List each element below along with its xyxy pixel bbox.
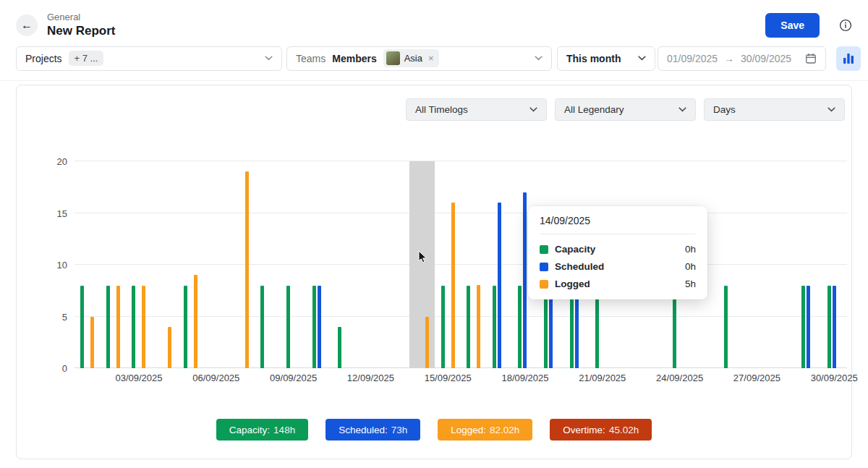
day-slot-14/09/2025[interactable] (409, 161, 435, 368)
scheduled-bar[interactable] (523, 192, 527, 368)
chevron-down-icon (265, 56, 273, 61)
day-slot-08/09/2025[interactable] (255, 161, 281, 368)
capacity-bar[interactable] (184, 286, 187, 368)
timelogs-dropdown[interactable]: All Timelogs (406, 98, 547, 121)
logged-bar[interactable] (116, 286, 120, 368)
logged-bar[interactable] (477, 285, 480, 368)
save-button[interactable]: Save (765, 13, 820, 38)
capacity-bar[interactable] (827, 286, 831, 368)
capacity-bar[interactable] (441, 286, 445, 368)
date-range-picker[interactable]: 01/09/2025 → 30/09/2025 (658, 46, 826, 71)
day-slot-09/09/2025[interactable] (281, 161, 307, 368)
capacity-bar[interactable] (106, 286, 110, 368)
start-date[interactable]: 01/09/2025 (667, 53, 718, 64)
capacity-bar[interactable] (518, 286, 522, 368)
capacity-bar[interactable] (801, 286, 805, 368)
legendary-dropdown[interactable]: All Legendary (555, 98, 696, 121)
day-slot-29/09/2025[interactable] (796, 161, 822, 368)
day-slot-11/09/2025[interactable] (332, 161, 358, 368)
day-slot-17/09/2025[interactable] (487, 161, 513, 368)
report-page: ← General New Report Save Projects + 7 .… (0, 0, 868, 468)
day-slot-10/09/2025[interactable] (306, 161, 332, 368)
logged-bar[interactable] (425, 317, 429, 369)
day-slot-07/09/2025[interactable] (229, 161, 255, 368)
chart-plot-area[interactable]: 14/09/2025 Capacity0hScheduled0hLogged5h (75, 161, 847, 368)
capacity-bar[interactable] (260, 286, 264, 368)
member-chip-asia[interactable]: Asia × (383, 49, 439, 67)
chart-legend: Capacity:148hScheduled:73hLogged:82.02hO… (17, 419, 851, 441)
tooltip-series-name: Logged (555, 278, 590, 289)
scheduled-bar[interactable] (498, 203, 501, 368)
tooltip-row: Scheduled0h (540, 261, 696, 272)
y-axis: 05101520 (17, 161, 69, 368)
legend-logged-button[interactable]: Logged:82.02h (438, 419, 532, 441)
teams-members-filter[interactable]: Teams Members Asia × (286, 46, 552, 71)
legend-scheduled-button[interactable]: Scheduled:73h (326, 419, 420, 441)
capacity-bar[interactable] (467, 286, 470, 368)
day-slot-03/09/2025[interactable] (126, 161, 152, 368)
legend-label: Overtime: (563, 425, 605, 435)
info-icon (839, 19, 852, 32)
day-slot-06/09/2025[interactable] (203, 161, 229, 368)
logged-bar[interactable] (168, 327, 171, 368)
legend-value: 73h (391, 425, 408, 435)
day-slot-28/09/2025[interactable] (770, 161, 796, 368)
period-value: This month (566, 53, 621, 64)
members-tab[interactable]: Members (332, 53, 376, 64)
logged-bar[interactable] (245, 171, 249, 368)
logged-bar[interactable] (90, 317, 94, 369)
capacity-bar[interactable] (312, 286, 316, 368)
legend-value: 148h (273, 425, 295, 435)
capacity-bar[interactable] (286, 286, 290, 368)
legend-label: Logged: (451, 425, 486, 435)
teams-tab[interactable]: Teams (296, 53, 326, 64)
granularity-value: Days (713, 104, 736, 115)
scheduled-bar[interactable] (807, 286, 810, 368)
tooltip-row: Capacity0h (540, 244, 696, 255)
y-tick-label: 5 (62, 311, 67, 322)
capacity-bar[interactable] (724, 286, 728, 368)
capacity-bar[interactable] (80, 286, 84, 368)
day-slot-02/09/2025[interactable] (101, 161, 127, 368)
chart-view-button[interactable] (836, 46, 861, 71)
logged-swatch-icon (540, 280, 548, 289)
tooltip-series-name: Scheduled (555, 261, 604, 272)
y-tick-label: 15 (57, 208, 67, 218)
legend-overtime-button[interactable]: Overtime:45.02h (550, 419, 652, 441)
breadcrumb: General (47, 12, 115, 23)
day-slot-12/09/2025[interactable] (358, 161, 384, 368)
granularity-dropdown[interactable]: Days (704, 98, 845, 121)
period-dropdown[interactable]: This month (557, 46, 655, 71)
capacity-swatch-icon (540, 245, 548, 254)
logged-bar[interactable] (451, 203, 455, 368)
day-slot-27/09/2025[interactable] (744, 161, 770, 368)
tooltip-series-value: 5h (685, 278, 696, 289)
day-slot-13/09/2025[interactable] (383, 161, 409, 368)
logged-bar[interactable] (194, 275, 197, 368)
day-slot-05/09/2025[interactable] (177, 161, 203, 368)
y-tick-label: 0 (62, 363, 67, 374)
day-slot-04/09/2025[interactable] (152, 161, 178, 368)
projects-more-chip[interactable]: + 7 ... (69, 51, 104, 66)
day-slot-26/09/2025[interactable] (718, 161, 744, 368)
scheduled-bar[interactable] (833, 286, 836, 368)
day-slot-15/09/2025[interactable] (435, 161, 461, 368)
end-date[interactable]: 30/09/2025 (741, 53, 791, 64)
projects-filter[interactable]: Projects + 7 ... (16, 46, 282, 71)
back-button[interactable]: ← (16, 14, 38, 36)
day-slot-16/09/2025[interactable] (461, 161, 487, 368)
remove-member-icon[interactable]: × (428, 53, 434, 64)
info-button[interactable] (839, 19, 852, 32)
capacity-bar[interactable] (493, 286, 496, 368)
scheduled-bar[interactable] (318, 286, 321, 368)
capacity-bar[interactable] (338, 327, 341, 368)
day-slot-01/09/2025[interactable] (75, 161, 101, 368)
day-slot-30/09/2025[interactable] (821, 161, 847, 368)
x-tick-label: 03/09/2025 (115, 373, 162, 383)
capacity-bar[interactable] (132, 286, 135, 368)
chevron-down-icon (678, 107, 686, 112)
legend-capacity-button[interactable]: Capacity:148h (216, 419, 308, 441)
logged-bar[interactable] (142, 286, 145, 368)
tooltip-date: 14/09/2025 (540, 215, 696, 234)
x-tick-label: 09/09/2025 (270, 373, 317, 383)
